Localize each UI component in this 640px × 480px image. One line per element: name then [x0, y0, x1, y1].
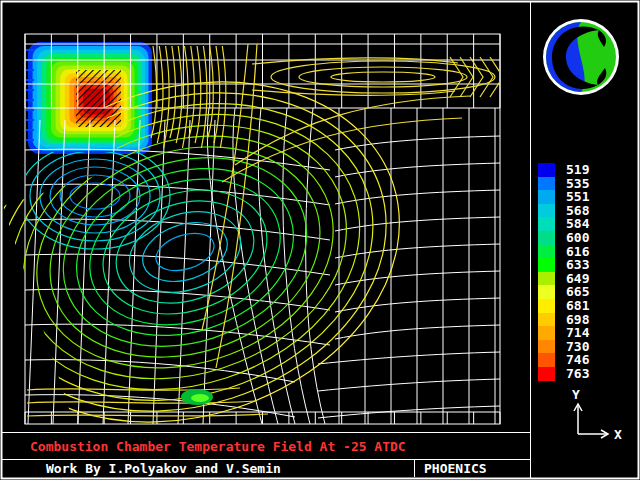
legend-value: 681	[566, 299, 589, 313]
legend-swatch	[538, 258, 555, 272]
phoenics-logo-icon	[543, 19, 619, 95]
hotspot-hatch	[76, 70, 121, 127]
legend-row: 633	[538, 258, 589, 272]
legend-value: 763	[566, 367, 589, 381]
legend-value: 584	[566, 217, 589, 231]
legend-value: 714	[566, 326, 589, 340]
y-axis-label: Y	[572, 387, 580, 402]
legend-row: 535	[538, 177, 589, 191]
legend-row: 649	[538, 272, 589, 286]
legend-row: 746	[538, 353, 589, 367]
legend-swatch	[538, 204, 555, 218]
axis-indicator	[574, 404, 608, 438]
chart-title: Combustion Chamber Temperature Field At …	[30, 439, 406, 454]
legend-swatch	[538, 326, 555, 340]
legend-row: 714	[538, 326, 589, 340]
legend-row: 600	[538, 231, 589, 245]
legend-swatch	[538, 367, 555, 381]
legend-value: 551	[566, 190, 589, 204]
legend-row: 551	[538, 190, 589, 204]
legend-swatch	[538, 313, 555, 327]
credit-text: Work By I.Polyakov and V.Semin	[46, 461, 281, 476]
legend-row: 584	[538, 217, 589, 231]
legend-row: 763	[538, 367, 589, 381]
legend-row: 698	[538, 313, 589, 327]
legend-value: 519	[566, 163, 589, 177]
legend-swatch	[538, 272, 555, 286]
legend-row: 519	[538, 163, 589, 177]
legend-swatch	[538, 299, 555, 313]
legend-value: 746	[566, 353, 589, 367]
legend-value: 600	[566, 231, 589, 245]
legend-value: 568	[566, 204, 589, 218]
temperature-legend: 5195355515685846006166336496656816987147…	[538, 163, 589, 381]
legend-swatch	[538, 190, 555, 204]
legend-row: 681	[538, 299, 589, 313]
legend-swatch	[538, 163, 555, 177]
legend-row: 568	[538, 204, 589, 218]
legend-row: 730	[538, 340, 589, 354]
legend-swatch	[538, 177, 555, 191]
phoenics-screen: Combustion Chamber Temperature Field At …	[0, 0, 640, 480]
legend-value: 616	[566, 245, 589, 259]
legend-swatch	[538, 353, 555, 367]
legend-swatch	[538, 245, 555, 259]
legend-row: 665	[538, 285, 589, 299]
legend-value: 665	[566, 285, 589, 299]
legend-swatch	[538, 340, 555, 354]
legend-value: 535	[566, 177, 589, 191]
legend-swatch	[538, 285, 555, 299]
brand-label: PHOENICS	[424, 461, 487, 476]
legend-swatch	[538, 231, 555, 245]
legend-value: 633	[566, 258, 589, 272]
legend-value: 730	[566, 340, 589, 354]
legend-row: 616	[538, 245, 589, 259]
legend-value: 698	[566, 313, 589, 327]
legend-value: 649	[566, 272, 589, 286]
legend-swatch	[538, 217, 555, 231]
x-axis-label: X	[614, 427, 622, 442]
